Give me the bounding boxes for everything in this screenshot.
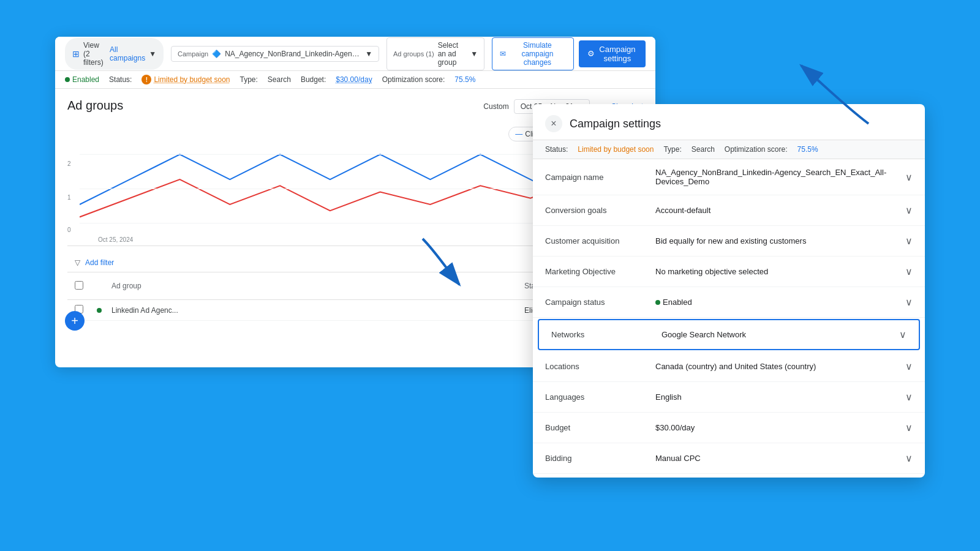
type-label: Type: bbox=[240, 75, 258, 84]
settings-value-customer-acq: Bid equally for new and existing custome… bbox=[655, 236, 905, 246]
chevron-marketing-obj[interactable]: ∨ bbox=[905, 266, 913, 277]
panel-close-btn[interactable]: × bbox=[545, 115, 562, 132]
opt-score-label: Optimization score: bbox=[382, 75, 445, 84]
filter-pill[interactable]: ⊞ View (2 filters) All campaigns ▼ bbox=[65, 38, 164, 70]
panel-opt-value: 75.5% bbox=[797, 145, 818, 154]
warning-icon: ! bbox=[141, 75, 151, 84]
filter-icon: ▽ bbox=[75, 258, 80, 267]
filter-arrow: ▼ bbox=[149, 50, 156, 58]
panel-status-bar: Status: Limited by budget soon Type: Sea… bbox=[533, 140, 925, 159]
y-label-2: 2 bbox=[67, 160, 71, 167]
status-label: Status: bbox=[109, 75, 132, 84]
settings-value-bidding: Manual CPC bbox=[655, 454, 905, 463]
settings-row-conversion-goals: Conversion goals Account-default ∨ bbox=[533, 195, 925, 226]
settings-value-languages: English bbox=[655, 392, 905, 402]
limited-budget-badge: ! Limited by budget soon bbox=[141, 75, 230, 84]
campaign-label: Campaign bbox=[178, 50, 208, 58]
campaign-arrow: ▼ bbox=[365, 50, 372, 58]
chevron-customer-acq[interactable]: ∨ bbox=[905, 235, 913, 247]
settings-row-campaign-name: Campaign name NA_Agency_NonBrand_Linkedi… bbox=[533, 159, 925, 195]
settings-value-marketing-obj: No marketing objective selected bbox=[655, 267, 905, 276]
settings-label-bidding: Bidding bbox=[545, 454, 655, 463]
settings-label-campaign-name: Campaign name bbox=[545, 173, 655, 182]
campaign-name: NA_Agency_NonBrand_Linkedin-Agency_Searc… bbox=[225, 50, 361, 58]
add-row-btn[interactable]: + bbox=[65, 311, 85, 331]
add-filter-label[interactable]: Add filter bbox=[85, 258, 114, 267]
panel-type-value: Search bbox=[692, 145, 715, 154]
settings-panel: × Campaign settings Status: Limited by b… bbox=[533, 104, 925, 478]
chevron-locations[interactable]: ∨ bbox=[905, 361, 913, 372]
campaign-status-dot bbox=[655, 300, 660, 305]
status-bar: Enabled Status: ! Limited by budget soon… bbox=[55, 71, 655, 89]
grid-icon: ⊞ bbox=[72, 49, 80, 59]
settings-row-locations: Locations Canada (country) and United St… bbox=[533, 351, 925, 382]
settings-label-locations: Locations bbox=[545, 362, 655, 371]
settings-label-customer-acq: Customer acquisition bbox=[545, 236, 655, 246]
settings-label-conversion: Conversion goals bbox=[545, 206, 655, 215]
campaign-icon: 🔷 bbox=[212, 50, 221, 58]
y-label-1: 1 bbox=[67, 194, 71, 201]
settings-label-campaign-status: Campaign status bbox=[545, 298, 655, 307]
custom-label: Custom bbox=[483, 102, 508, 111]
panel-title: Campaign settings bbox=[570, 118, 661, 130]
gear-icon: ⚙ bbox=[587, 49, 595, 58]
settings-row-networks: Networks Google Search Network ∨ bbox=[538, 319, 920, 350]
simulate-btn[interactable]: ✉ Simulate campaign changes bbox=[492, 37, 574, 70]
panel-status-value: Limited by budget soon bbox=[578, 145, 654, 154]
settings-row-languages: Languages English ∨ bbox=[533, 382, 925, 413]
panel-body: Campaign name NA_Agency_NonBrand_Linkedi… bbox=[533, 159, 925, 478]
campaign-settings-btn[interactable]: ⚙ Campaign settings bbox=[579, 40, 646, 67]
campaign-dropdown[interactable]: Campaign 🔷 NA_Agency_NonBrand_Linkedin-A… bbox=[171, 46, 379, 62]
bg-header: ⊞ View (2 filters) All campaigns ▼ Campa… bbox=[55, 37, 655, 71]
panel-type-label: Type: bbox=[663, 145, 681, 154]
settings-row-campaign-status: Campaign status Enabled ∨ bbox=[533, 287, 925, 318]
header-checkbox[interactable] bbox=[75, 281, 89, 291]
chevron-bidding[interactable]: ∨ bbox=[905, 452, 913, 464]
panel-status-label: Status: bbox=[545, 145, 568, 154]
chevron-networks[interactable]: ∨ bbox=[899, 329, 907, 340]
panel-opt-label: Optimization score: bbox=[725, 145, 788, 154]
row-dot bbox=[97, 306, 104, 315]
chevron-campaign-status[interactable]: ∨ bbox=[905, 296, 913, 308]
adgroups-placeholder: Select an ad group bbox=[438, 41, 467, 67]
settings-value-networks: Google Search Network bbox=[662, 330, 899, 339]
chart-date: Oct 25, 2024 bbox=[98, 236, 133, 243]
page-title: Ad groups bbox=[67, 99, 123, 113]
y-label-0: 0 bbox=[67, 227, 71, 233]
budget-label: Budget: bbox=[301, 75, 326, 84]
opt-score-value: 75.5% bbox=[454, 75, 475, 84]
settings-label-budget: Budget bbox=[545, 423, 655, 432]
budget-value: $30.00/day bbox=[336, 75, 372, 84]
chevron-budget[interactable]: ∨ bbox=[905, 422, 913, 433]
adgroups-label: Ad groups (1) bbox=[393, 50, 434, 58]
settings-value-budget: $30.00/day bbox=[655, 423, 905, 432]
close-icon: × bbox=[551, 118, 556, 129]
settings-row-customer-acq: Customer acquisition Bid equally for new… bbox=[533, 226, 925, 257]
row-adgroup-name: Linkedin Ad Agenc... bbox=[111, 306, 517, 315]
settings-label-languages: Languages bbox=[545, 392, 655, 402]
settings-row-auto-assets: Automatically created assets Off: Use on… bbox=[533, 474, 925, 478]
all-campaigns-label: All campaigns bbox=[110, 45, 145, 62]
chevron-conversion[interactable]: ∨ bbox=[905, 204, 913, 216]
enabled-dot bbox=[65, 77, 70, 82]
simulate-icon: ✉ bbox=[500, 50, 506, 58]
header-adgroup: Ad group bbox=[111, 282, 517, 290]
type-value: Search bbox=[268, 75, 291, 84]
settings-row-marketing-obj: Marketing Objective No marketing objecti… bbox=[533, 257, 925, 287]
settings-value-campaign-name: NA_Agency_NonBrand_Linkedin-Agency_Searc… bbox=[655, 168, 905, 186]
chevron-languages[interactable]: ∨ bbox=[905, 391, 913, 403]
settings-row-bidding: Bidding Manual CPC ∨ bbox=[533, 443, 925, 474]
settings-value-campaign-status: Enabled bbox=[655, 298, 905, 307]
filter-label: View (2 filters) bbox=[83, 41, 106, 67]
enabled-status: Enabled bbox=[65, 75, 99, 84]
settings-label-networks: Networks bbox=[551, 330, 662, 339]
settings-value-conversion: Account-default bbox=[655, 206, 905, 215]
panel-header: × Campaign settings bbox=[533, 104, 925, 140]
settings-label-marketing-obj: Marketing Objective bbox=[545, 267, 655, 276]
chevron-campaign-name[interactable]: ∨ bbox=[905, 171, 913, 183]
adgroups-arrow: ▼ bbox=[470, 50, 478, 58]
settings-row-budget: Budget $30.00/day ∨ bbox=[533, 413, 925, 443]
settings-value-locations: Canada (country) and United States (coun… bbox=[655, 362, 905, 371]
adgroups-dropdown[interactable]: Ad groups (1) Select an ad group ▼ bbox=[386, 37, 484, 70]
